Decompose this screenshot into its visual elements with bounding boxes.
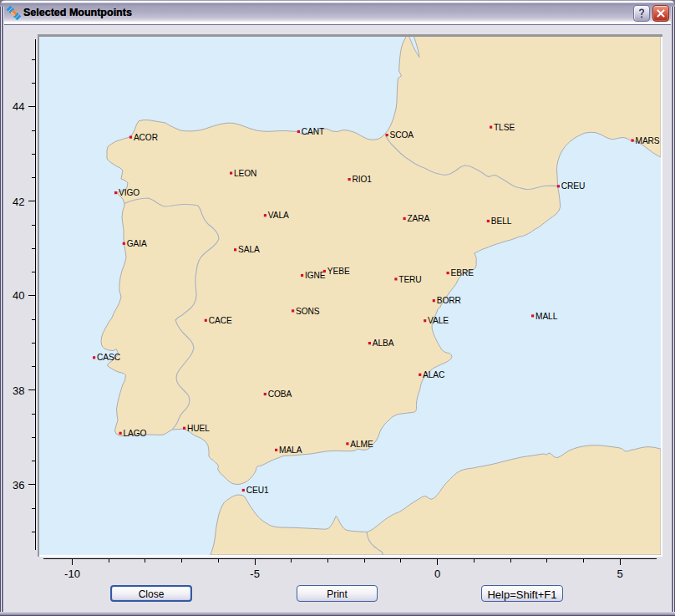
svg-text:38: 38 <box>13 384 24 397</box>
svg-text:BORR: BORR <box>437 296 461 305</box>
svg-text:ALME: ALME <box>350 440 373 449</box>
svg-text:COBA: COBA <box>268 389 292 399</box>
svg-text:42: 42 <box>13 196 24 208</box>
svg-text:CACE: CACE <box>209 316 232 325</box>
svg-text:CANT: CANT <box>302 127 324 136</box>
svg-text:GAIA: GAIA <box>127 239 147 248</box>
svg-text:ALBA: ALBA <box>373 339 394 348</box>
svg-text:MALL: MALL <box>535 312 558 321</box>
svg-text:SALA: SALA <box>238 245 260 254</box>
svg-text:HUEL: HUEL <box>187 424 210 433</box>
svg-text:VALA: VALA <box>268 211 289 220</box>
svg-text:YEBE: YEBE <box>327 267 350 276</box>
svg-text:CASC: CASC <box>97 353 120 362</box>
svg-text:RIO1: RIO1 <box>353 175 373 184</box>
svg-text:MALA: MALA <box>279 445 302 455</box>
svg-text:VIGO: VIGO <box>119 188 140 197</box>
svg-text:EBRE: EBRE <box>451 268 475 277</box>
svg-text:SONS: SONS <box>296 307 320 316</box>
svg-text:TLSE: TLSE <box>494 123 515 132</box>
svg-text:VALE: VALE <box>428 316 449 325</box>
svg-text:36: 36 <box>13 479 24 491</box>
svg-text:LEON: LEON <box>234 169 256 178</box>
svg-text:ACOR: ACOR <box>134 133 158 142</box>
svg-text:5: 5 <box>617 568 622 580</box>
svg-text:SCOA: SCOA <box>390 130 414 140</box>
svg-text:ZARA: ZARA <box>408 214 430 223</box>
svg-text:44: 44 <box>13 100 24 113</box>
svg-text:CREU: CREU <box>561 181 585 191</box>
svg-text:0: 0 <box>434 568 440 580</box>
svg-text:ALAC: ALAC <box>423 370 444 379</box>
svg-text:TERU: TERU <box>398 275 421 284</box>
svg-text:40: 40 <box>13 289 24 302</box>
svg-text:CEU1: CEU1 <box>246 486 269 495</box>
svg-text:-10: -10 <box>64 568 80 580</box>
svg-text:BELL: BELL <box>491 216 512 226</box>
svg-text:MARS: MARS <box>636 136 660 145</box>
svg-text:LAGO: LAGO <box>124 429 147 438</box>
svg-text:IGNE: IGNE <box>305 271 326 280</box>
svg-text:-5: -5 <box>250 568 260 580</box>
